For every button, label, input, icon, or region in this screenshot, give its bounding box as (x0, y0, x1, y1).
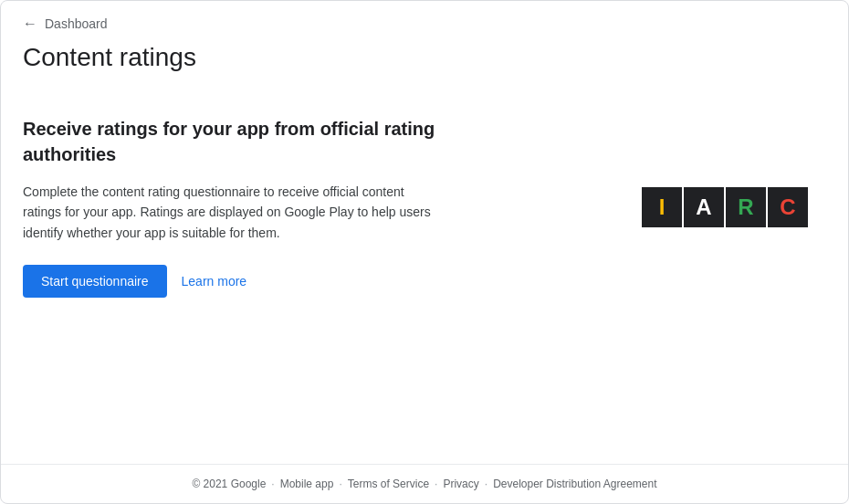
back-navigation[interactable]: ← Dashboard (23, 1, 826, 36)
learn-more-button[interactable]: Learn more (182, 274, 247, 289)
footer-link-dda[interactable]: Developer Distribution Agreement (493, 478, 656, 490)
footer-copyright: © 2021 Google (192, 478, 266, 490)
back-label: Dashboard (45, 16, 108, 31)
main-content: ← Dashboard Content ratings Receive rati… (1, 1, 848, 464)
content-area: Receive ratings for your app from offici… (23, 116, 808, 334)
iarc-letter-r: R (726, 187, 766, 227)
footer-sep-4: · (485, 478, 487, 490)
left-section: Receive ratings for your app from offici… (23, 116, 443, 298)
footer-link-privacy[interactable]: Privacy (443, 478, 478, 490)
footer-sep-3: · (435, 478, 437, 490)
button-row: Start questionnaire Learn more (23, 265, 443, 298)
start-questionnaire-button[interactable]: Start questionnaire (23, 265, 167, 298)
page-title: Content ratings (23, 43, 826, 72)
footer-link-mobile-app[interactable]: Mobile app (280, 478, 334, 490)
iarc-logo: I A R C (642, 187, 808, 227)
footer-sep-1: · (271, 478, 274, 490)
iarc-letter-a: A (684, 187, 724, 227)
footer-link-terms[interactable]: Terms of Service (348, 478, 429, 490)
footer: © 2021 Google · Mobile app · Terms of Se… (1, 464, 848, 503)
footer-sep-2: · (339, 478, 341, 490)
iarc-letter-i: I (642, 187, 682, 227)
section-heading: Receive ratings for your app from offici… (23, 116, 443, 167)
iarc-letter-c: C (768, 187, 808, 227)
section-description: Complete the content rating questionnair… (23, 182, 443, 243)
back-arrow-icon: ← (23, 16, 37, 32)
